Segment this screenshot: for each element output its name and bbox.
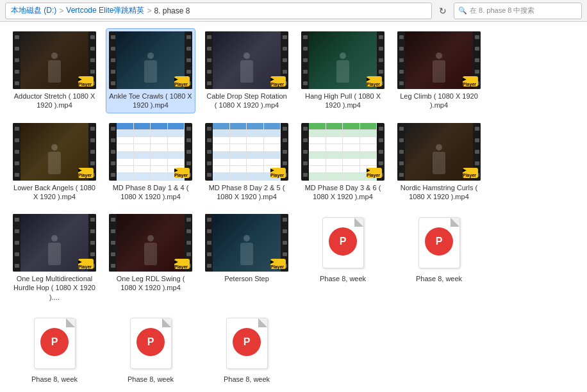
video-thumbnail-container: ▶ Player	[109, 214, 192, 272]
file-label: One Leg RDL Swing ( 1080 X 1920 ).mp4	[109, 274, 192, 293]
search-box[interactable]: 🔍 在 8. phase 8 中搜索	[454, 3, 582, 19]
person-silhouette	[240, 60, 253, 83]
doc-cell	[117, 159, 134, 165]
file-label: Ankle Toe Crawls ( 1080 X 1920 ).mp4	[109, 92, 192, 110]
person-silhouette	[48, 243, 61, 265]
file-item[interactable]: ▶ PlayerOne Leg Multidirectional Hurdle …	[10, 211, 99, 305]
pdf-icon-wrapper: P	[410, 214, 468, 272]
doc-cell	[117, 137, 134, 143]
film-strip-left	[109, 123, 117, 181]
film-strip-left	[13, 123, 21, 181]
file-item[interactable]: ▶ PlayerNordic Hamstring Curls ( 1080 X …	[394, 120, 484, 205]
file-label: Lower Back Angels ( 1080 X 1920 ).mp4	[13, 183, 96, 202]
video-thumbnail-container: ▶ Player	[109, 31, 192, 89]
doc-cell	[134, 130, 151, 136]
doc-cell	[213, 166, 230, 172]
doc-cell	[168, 130, 185, 136]
file-item[interactable]: PPhase 8, week	[106, 311, 195, 387]
file-item[interactable]: PPhase 8, week	[298, 211, 388, 305]
pdf-brand-circle: P	[233, 328, 261, 356]
doc-cell	[213, 144, 230, 151]
doc-thumbnail-frame: ▶ Player	[205, 123, 288, 181]
doc-thumbnail-frame: ▶ Player	[109, 123, 192, 181]
play-badge: ▶ Player	[174, 76, 190, 86]
file-item[interactable]: PPhase 8, week	[394, 211, 484, 305]
pdf-fold	[66, 318, 75, 327]
breadcrumb-drive[interactable]: 本地磁盘 (D:)	[11, 5, 56, 16]
doc-cell	[117, 144, 134, 151]
doc-cell	[309, 173, 326, 179]
pdf-icon-wrapper: P	[218, 314, 276, 372]
file-item[interactable]: PPhase 8, week	[10, 311, 99, 387]
doc-row	[309, 144, 377, 151]
person-silhouette	[48, 152, 61, 174]
doc-cell	[213, 130, 230, 136]
breadcrumb-folder1[interactable]: Vertcode Elite弹跳精英	[66, 5, 144, 16]
file-item[interactable]: ▶ PlayerMD Phase 8 Day 3 & 6 ( 1080 X 19…	[298, 120, 388, 205]
doc-cell	[134, 173, 151, 179]
doc-cell	[151, 159, 168, 165]
doc-row	[117, 159, 185, 166]
video-thumbnail-container: ▶ Player	[13, 123, 96, 181]
doc-cell	[360, 152, 377, 158]
video-thumbnail-container: ▶ Player	[397, 123, 481, 181]
file-item[interactable]: ▶ PlayerCable Drop Step Rotation ( 1080 …	[202, 28, 292, 113]
doc-cell	[230, 144, 247, 151]
breadcrumb[interactable]: 本地磁盘 (D:) > Vertcode Elite弹跳精英 > 8. phas…	[5, 3, 432, 19]
file-item[interactable]: ▶ PlayerOne Leg RDL Swing ( 1080 X 1920 …	[106, 211, 195, 305]
video-thumbnail: ▶ Player	[13, 123, 96, 181]
doc-cell	[117, 130, 134, 136]
file-item[interactable]: ▶ PlayerPeterson Step	[202, 211, 292, 305]
doc-cell	[326, 173, 343, 179]
doc-row	[213, 152, 281, 159]
doc-cell	[151, 173, 168, 179]
video-thumbnail: ▶ Player	[205, 31, 288, 89]
doc-cell	[309, 144, 326, 151]
file-item[interactable]: ▶ PlayerAnkle Toe Crawls ( 1080 X 1920 )…	[106, 28, 195, 113]
doc-cell	[134, 137, 151, 143]
pdf-brand-circle: P	[40, 328, 69, 356]
doc-cell	[309, 159, 326, 165]
file-item[interactable]: ▶ PlayerLeg Climb ( 1080 X 1920 ).mp4	[394, 28, 484, 113]
file-label: Hang High Pull ( 1080 X 1920 ).mp4	[301, 92, 384, 110]
doc-row	[213, 137, 281, 144]
doc-cell	[343, 173, 360, 179]
doc-cell	[117, 166, 134, 172]
doc-cell	[309, 166, 326, 172]
film-strip-left	[13, 31, 21, 89]
file-item[interactable]: PPhase 8, week	[202, 311, 292, 387]
video-thumbnail: ▶ Player	[13, 31, 96, 89]
file-label: Nordic Hamstring Curls ( 1080 X 1920 ).m…	[397, 183, 481, 202]
doc-cell	[230, 137, 247, 143]
doc-cell	[247, 173, 264, 179]
file-label: Cable Drop Step Rotation ( 1080 X 1920 )…	[205, 92, 288, 110]
file-item[interactable]: ▶ PlayerMD Phase 8 Day 2 & 5 ( 1080 X 19…	[202, 120, 292, 205]
film-strip-left	[13, 214, 21, 272]
video-thumbnail-container: ▶ Player	[301, 31, 384, 89]
doc-cell	[247, 152, 264, 158]
doc-row	[213, 123, 281, 130]
doc-cell	[360, 137, 377, 143]
doc-row	[213, 130, 281, 137]
doc-cell	[343, 137, 360, 143]
person-silhouette	[144, 60, 157, 83]
file-label: MD Phase 8 Day 3 & 6 ( 1080 X 1920 ).mp4	[301, 183, 384, 202]
file-item[interactable]: ▶ PlayerAdductor Stretch ( 1080 X 1920 )…	[10, 28, 99, 113]
doc-row	[117, 123, 185, 130]
doc-cell	[309, 123, 326, 129]
doc-cell	[326, 159, 343, 165]
file-label: Phase 8, week	[31, 375, 78, 384]
doc-cell	[168, 159, 185, 165]
file-item[interactable]: ▶ PlayerMD Phase 8 Day 1 & 4 ( 1080 X 19…	[106, 120, 195, 205]
video-thumbnail: ▶ Player	[109, 214, 192, 272]
doc-row	[309, 123, 377, 130]
doc-row	[309, 159, 377, 166]
file-item[interactable]: ▶ PlayerHang High Pull ( 1080 X 1920 ).m…	[298, 28, 388, 113]
doc-cell	[309, 137, 326, 143]
doc-cell	[213, 137, 230, 143]
person-silhouette	[433, 152, 445, 174]
file-item[interactable]: ▶ PlayerLower Back Angels ( 1080 X 1920 …	[10, 120, 99, 205]
refresh-button[interactable]: ↻	[434, 3, 451, 19]
doc-cell	[151, 130, 168, 136]
video-thumbnail: ▶ Player	[13, 214, 96, 272]
